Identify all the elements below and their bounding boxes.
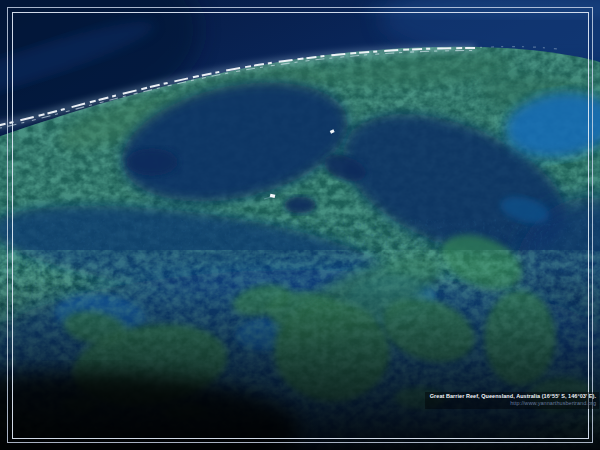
reef-photo: [0, 0, 600, 450]
reef-wallpaper: Great Barrier Reef, Queensland, Australi…: [0, 0, 600, 450]
caption-location-text: Great Barrier Reef, Queensland, Australi…: [430, 393, 596, 400]
caption-url-text: http://www.yannarthusbertrand.org: [430, 400, 596, 407]
photo-caption: Great Barrier Reef, Queensland, Australi…: [425, 392, 599, 409]
